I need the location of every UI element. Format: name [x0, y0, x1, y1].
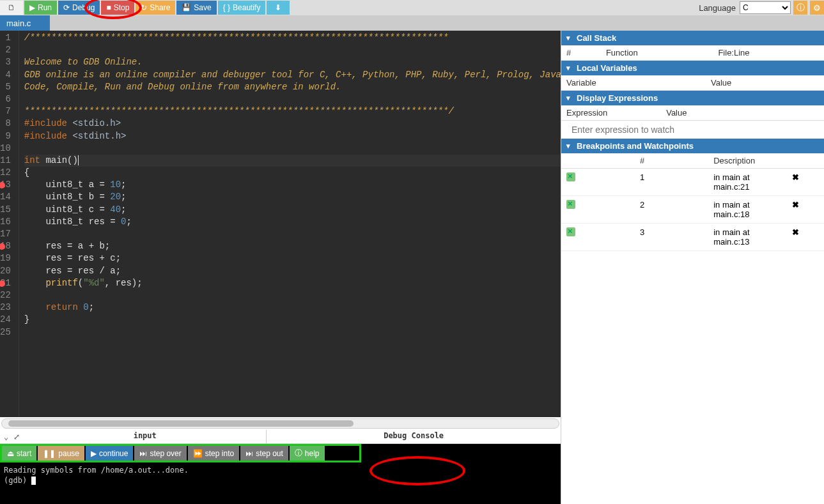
display-table: ExpressionValue: [561, 105, 824, 121]
editor-code-area[interactable]: /***************************************…: [19, 31, 561, 417]
col-enable: [561, 153, 635, 169]
col-value: Value: [706, 75, 824, 91]
info-button[interactable]: ⓘ: [793, 1, 807, 15]
debug-continue-button[interactable]: ▶continue: [86, 446, 133, 461]
breakpoint-enable-icon[interactable]: [566, 227, 575, 236]
breakpoint-desc: in main at main.c:18: [708, 196, 787, 224]
col-num: #: [635, 153, 708, 169]
breakpoint-enable-icon[interactable]: [566, 172, 575, 181]
debug-pause-button[interactable]: ❚❚pause: [38, 446, 84, 461]
chevron-down-icon: ▾: [566, 64, 570, 72]
play-icon: ▶: [29, 3, 35, 12]
download-icon: ⬇: [275, 3, 281, 12]
save-label: Save: [194, 3, 211, 12]
play-icon: ▶: [91, 449, 97, 458]
braces-icon: { }: [223, 3, 230, 12]
file-tabs: main.c: [0, 15, 824, 31]
breakpoints-header[interactable]: ▾Breakpoints and Watchpoints: [561, 139, 824, 153]
display-header[interactable]: ▾Display Expressions: [561, 91, 824, 105]
editor-scrollbar[interactable]: [1, 418, 559, 429]
col-value: Value: [661, 105, 824, 121]
col-fileline: File:Line: [713, 45, 824, 61]
stop-button[interactable]: ■Stop: [101, 1, 134, 15]
code-editor[interactable]: 1234567891011121314151617181920212223242…: [0, 31, 561, 417]
debug-stepout-button[interactable]: ⏭step out: [240, 446, 288, 461]
breakpoints-table: # Description 1in main at main.c:21✖2in …: [561, 153, 824, 251]
locals-header[interactable]: ▾Local Variables: [561, 61, 824, 75]
step-out-icon: ⏭: [245, 449, 253, 458]
breakpoint-remove-icon[interactable]: ✖: [792, 172, 799, 182]
breakpoint-remove-icon[interactable]: ✖: [792, 227, 799, 237]
breakpoint-row: 1in main at main.c:21✖: [561, 169, 824, 196]
debug-stepinto-button[interactable]: ⏩step into: [188, 446, 239, 461]
step-into-icon: ⏩: [193, 449, 203, 458]
language-label: Language: [699, 3, 736, 13]
bottom-header: ⌄ ⤢ input Debug Console: [0, 430, 561, 444]
share-label: Share: [150, 3, 170, 12]
input-tab[interactable]: input: [24, 430, 267, 443]
language-select[interactable]: C: [740, 1, 791, 14]
col-expression: Expression: [561, 105, 661, 121]
col-remove: [787, 153, 824, 169]
share-icon: ↻: [141, 3, 147, 12]
breakpoint-row: 2in main at main.c:18✖: [561, 196, 824, 224]
beautify-button[interactable]: { }Beautify: [218, 1, 266, 15]
chevron-down-icon: ▾: [566, 142, 570, 150]
file-tab-main[interactable]: main.c: [0, 15, 50, 31]
col-variable: Variable: [561, 75, 706, 91]
debug-button[interactable]: ⟳Debug: [58, 1, 100, 15]
info-icon: ⓘ: [797, 2, 805, 13]
breakpoint-desc: in main at main.c:21: [708, 169, 787, 196]
expression-input[interactable]: [561, 121, 824, 139]
chevron-down-icon: ▾: [566, 94, 570, 102]
chevron-down-icon[interactable]: ⌄: [4, 432, 8, 441]
eject-icon: ⏏: [7, 449, 14, 458]
debug-sidebar: ▾Call Stack #FunctionFile:Line ▾Local Va…: [561, 31, 824, 504]
info-icon: ⓘ: [295, 448, 302, 459]
file-icon: 🗋: [8, 3, 15, 12]
col-num: #: [561, 45, 601, 61]
bottom-panel: ⌄ ⤢ input Debug Console ⏏start ❚❚pause ▶…: [0, 430, 561, 504]
clock-icon: ⟳: [63, 3, 70, 12]
callstack-header[interactable]: ▾Call Stack: [561, 31, 824, 45]
debug-console-tab[interactable]: Debug Console: [267, 430, 561, 443]
debug-label: Debug: [72, 3, 95, 12]
run-label: Run: [38, 3, 52, 12]
breakpoint-num: 2: [635, 196, 708, 224]
locals-table: VariableValue: [561, 75, 824, 91]
share-button[interactable]: ↻Share: [136, 1, 175, 15]
col-function: Function: [601, 45, 713, 61]
breakpoint-num: 1: [635, 169, 708, 196]
main-toolbar: 🗋 ▶Run ⟳Debug ■Stop ↻Share 💾Save { }Beau…: [0, 0, 824, 15]
console-output[interactable]: Reading symbols from /home/a.out...done.…: [0, 462, 561, 488]
breakpoint-remove-icon[interactable]: ✖: [792, 200, 799, 210]
debug-start-button[interactable]: ⏏start: [2, 446, 36, 461]
step-over-icon: ⏭: [139, 449, 147, 458]
breakpoint-num: 3: [635, 224, 708, 251]
breakpoint-desc: in main at main.c:13: [708, 224, 787, 251]
console-cursor: [31, 477, 36, 485]
beautify-label: Beautify: [233, 3, 260, 12]
run-button[interactable]: ▶Run: [24, 1, 57, 15]
save-icon: 💾: [182, 3, 191, 12]
debug-stepover-button[interactable]: ⏭step over: [134, 446, 186, 461]
save-button[interactable]: 💾Save: [176, 1, 216, 15]
pause-icon: ❚❚: [43, 449, 56, 458]
editor-gutter: 1234567891011121314151617181920212223242…: [0, 31, 19, 417]
new-file-button[interactable]: 🗋: [0, 1, 23, 15]
download-button[interactable]: ⬇: [267, 1, 290, 15]
chevron-down-icon: ▾: [566, 34, 570, 42]
stop-label: Stop: [114, 3, 130, 12]
gear-icon: ⚙: [813, 3, 821, 13]
breakpoint-enable-icon[interactable]: [566, 200, 575, 209]
debug-help-button[interactable]: ⓘhelp: [290, 446, 325, 461]
scrollbar-thumb[interactable]: [8, 420, 354, 427]
breakpoint-row: 3in main at main.c:13✖: [561, 224, 824, 251]
bottom-header-icons: ⌄ ⤢: [0, 430, 24, 443]
stop-icon: ■: [106, 3, 111, 12]
col-description: Description: [708, 153, 787, 169]
callstack-table: #FunctionFile:Line: [561, 45, 824, 61]
expand-icon[interactable]: ⤢: [13, 432, 20, 441]
debug-toolbar: ⏏start ❚❚pause ▶continue ⏭step over ⏩ste…: [0, 444, 361, 462]
settings-button[interactable]: ⚙: [810, 1, 824, 15]
